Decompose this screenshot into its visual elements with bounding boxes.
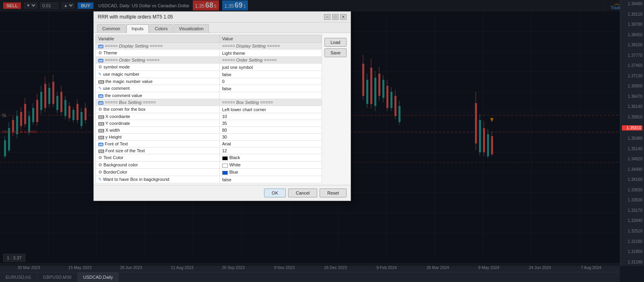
section-cell: ab===== Box Setting ===== [96, 99, 220, 106]
color-swatch-blue [222, 171, 228, 175]
section-cell: ab===== Display Setting ===== [96, 43, 220, 50]
dialog-main: Variable Value ab===== Display Setting =… [95, 35, 322, 183]
val-cell[interactable]: 10 [219, 113, 322, 120]
val-cell[interactable]: false [219, 176, 322, 183]
gear-icon: ⚙ [98, 50, 102, 56]
price-tick: 1.34820 [622, 157, 642, 161]
val-cell[interactable]: false [219, 85, 322, 92]
price-tick: 1.32180 [622, 239, 642, 244]
section-value: ===== Order Setting ===== [219, 57, 322, 64]
maximize-button[interactable]: □ [332, 14, 339, 20]
val-cell[interactable]: 0 [219, 78, 322, 85]
price-tick: 1.33170 [622, 208, 642, 213]
table-row: ab===== Order Setting ===== ===== Order … [96, 57, 322, 64]
load-button[interactable]: Load [324, 38, 347, 47]
footer-buttons: OK Cancel Reset [264, 189, 347, 197]
table-row[interactable]: abFont of Text Arial [96, 141, 322, 147]
table-row[interactable]: ⚙Background color White [96, 162, 322, 169]
price-tick: 1.33500 [622, 198, 642, 202]
icon-o1: O1 [98, 136, 104, 139]
date-tick: 15 May 2023 [54, 265, 105, 270]
bottom-tab-bar: EURUSD,H1 GBPUSD,M30 USDCAD,Daily [0, 272, 620, 282]
table-row[interactable]: ⚙the corner for the box Left lower chart… [96, 106, 322, 113]
val-cell[interactable]: 80 [219, 127, 322, 134]
var-cell: ⚙Background color [96, 162, 220, 169]
price-tick: 1.36800 [622, 84, 642, 88]
save-button[interactable]: Save [324, 48, 347, 57]
tab-gbpusd[interactable]: GBPUSD,M30 [37, 272, 78, 282]
table-row: ab===== Display Setting ===== ===== Disp… [96, 43, 322, 50]
close-button[interactable]: ✕ [340, 14, 347, 20]
dialog-footer: OK Cancel Reset [94, 185, 351, 201]
icon-o1: O1 [98, 129, 104, 133]
section-value: ===== Box Setting ===== [219, 99, 322, 106]
var-cell: O1y Height [96, 134, 220, 141]
table-row[interactable]: O1Font size of the Text 12 [96, 147, 322, 154]
dialog-title: RRR with multiple orders MT5 1.05 [98, 14, 173, 20]
val-cell[interactable]: Blue [219, 169, 322, 176]
var-cell: ⚙Text Color [96, 154, 220, 162]
table-row[interactable]: O1X width 80 [96, 127, 322, 134]
tab-usdcad[interactable]: USDCAD,Daily [78, 272, 119, 282]
tab-eurusd[interactable]: EURUSD,H1 [0, 272, 37, 282]
var-cell: O1the magic number value [96, 78, 220, 85]
table-row[interactable]: ⚙Theme Light theme [96, 50, 322, 57]
price-tick: 1.35810 [622, 115, 642, 119]
table-row[interactable]: ⚙symbol mode just one symbol [96, 64, 322, 71]
icon-ab: ab [98, 94, 103, 98]
date-tick: 24 Jun 2024 [514, 265, 566, 270]
table-row[interactable]: ✎Want to have Box in bagckground false [96, 176, 322, 183]
price-tick: 1.36140 [622, 104, 642, 109]
price-tick: 1.36470 [622, 94, 642, 99]
ok-button[interactable]: OK [264, 189, 286, 197]
val-cell[interactable]: Left lower chart corner [219, 106, 322, 113]
tab-common[interactable]: Common [97, 24, 126, 33]
date-tick: 11 Aug 2023 [157, 265, 208, 270]
table-row[interactable]: O1y Height 30 [96, 134, 322, 141]
val-cell[interactable]: 30 [219, 134, 322, 141]
val-cell[interactable]: 35 [219, 120, 322, 127]
val-cell[interactable]: false [219, 71, 322, 78]
cancel-button[interactable]: Cancel [288, 189, 317, 197]
minimize-button[interactable]: ─ [324, 14, 330, 20]
price-tick: 1.37130 [622, 74, 642, 78]
table-row[interactable]: ✎use comment false [96, 85, 322, 92]
tab-visualization[interactable]: Visualization [173, 24, 209, 33]
date-tick: 30 Mar 2023 [3, 265, 54, 270]
table-row[interactable]: O1X coordiante 10 [96, 113, 322, 120]
tab-inputs[interactable]: Inputs [126, 24, 149, 33]
table-row[interactable]: ⚙BorderColor Blue [96, 169, 322, 176]
val-cell[interactable]: White [219, 162, 322, 169]
tab-colors[interactable]: Colors [150, 24, 173, 33]
col-variable: Variable [96, 35, 220, 43]
dialog: RRR with multiple orders MT5 1.05 ─ □ ✕ … [93, 11, 351, 201]
gear-icon: ⚙ [98, 107, 102, 112]
price-tick: 1.35140 [622, 147, 642, 151]
table-row[interactable]: ✎use magic number false [96, 71, 322, 78]
price-tick: 1.32840 [622, 218, 642, 223]
val-cell[interactable]: Black [219, 154, 322, 162]
icon-ab: ab [98, 45, 103, 48]
dialog-titlebar[interactable]: RRR with multiple orders MT5 1.05 ─ □ ✕ [94, 12, 351, 23]
dialog-tabs: Common Inputs Colors Visualization [94, 23, 351, 33]
val-cell[interactable] [219, 92, 322, 99]
price-tick: 1.34490 [622, 167, 642, 172]
price-tick: 1.31850 [622, 249, 642, 254]
val-cell[interactable]: just one symbol [219, 64, 322, 71]
val-cell[interactable]: Light theme [219, 50, 322, 57]
price-tick-highlight: 1.35810 [622, 125, 642, 131]
reset-button[interactable]: Reset [320, 189, 347, 197]
table-row[interactable]: O1the magic number value 0 [96, 78, 322, 85]
icon-ab: ab [98, 143, 103, 146]
var-cell: ⚙BorderColor [96, 169, 220, 176]
price-tick: 1.34160 [622, 177, 642, 182]
price-tick: 1.37770 [622, 53, 642, 58]
gear-icon: ⚙ [98, 64, 102, 70]
table-row[interactable]: O1Y coordinate 35 [96, 120, 322, 127]
val-cell[interactable]: 12 [219, 147, 322, 154]
var-cell: abFont of Text [96, 141, 220, 147]
val-cell[interactable]: Arial [219, 141, 322, 147]
side-buttons: Load Save [322, 35, 349, 183]
table-row[interactable]: abthe comment value [96, 92, 322, 99]
table-row[interactable]: ⚙Text Color Black [96, 154, 322, 162]
